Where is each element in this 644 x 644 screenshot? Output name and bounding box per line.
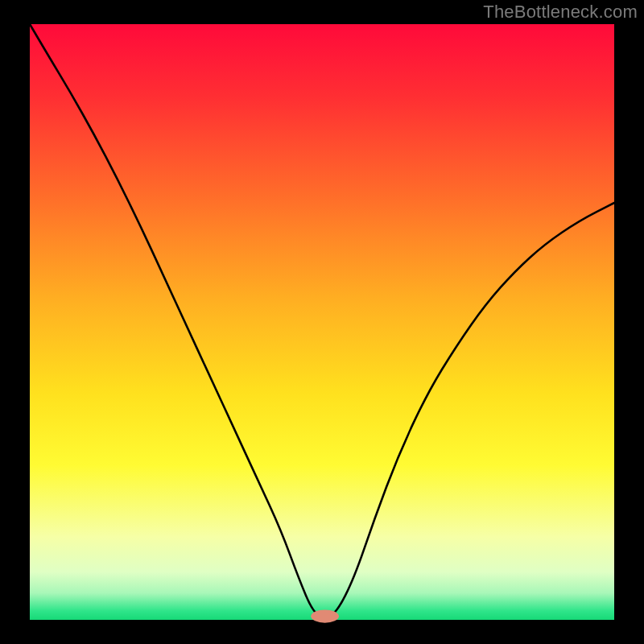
minimum-marker [311,610,339,623]
chart-canvas [0,0,644,644]
image-frame: TheBottleneck.com [0,0,644,644]
attribution-label: TheBottleneck.com [483,2,638,23]
plot-background [30,24,614,620]
